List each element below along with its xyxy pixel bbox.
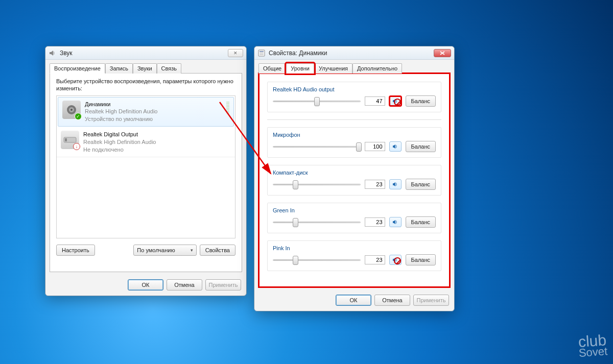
tab-playback[interactable]: Воспроизведение: [50, 63, 105, 74]
mute-button[interactable]: [389, 217, 402, 227]
properties-window: Свойства: Динамики Общие Уровни Улучшени…: [254, 46, 455, 311]
volume-value[interactable]: [365, 180, 385, 189]
device-status: Устройство по умолчанию: [85, 115, 157, 123]
default-dropdown[interactable]: По умолчанию: [133, 245, 196, 256]
props-dialog-buttons: ОК Отмена Применить: [254, 292, 454, 311]
ok-button[interactable]: ОК: [128, 279, 163, 290]
svg-rect-7: [260, 53, 264, 54]
svg-rect-8: [260, 54, 264, 55]
props-tabs: Общие Уровни Улучшения Дополнительно: [254, 60, 454, 73]
level-label: Микрофон: [273, 132, 436, 138]
tab-recording[interactable]: Запись: [105, 63, 133, 74]
device-item[interactable]: ✓ Динамики Realtek High Definition Audio…: [58, 97, 234, 127]
mute-button[interactable]: [389, 141, 402, 152]
level-label: Realtek HD Audio output: [273, 86, 436, 92]
instruction-text: Выберите устройство воспроизведения, пар…: [56, 78, 235, 92]
disconnected-icon: ↓: [73, 143, 80, 150]
sound-tab-body: Выберите устройство воспроизведения, пар…: [50, 73, 242, 272]
mute-button[interactable]: [389, 179, 402, 189]
default-check-icon: ✓: [75, 113, 82, 120]
level-group: Realtek HD Audio output Баланс: [267, 82, 441, 112]
close-icon[interactable]: [434, 49, 451, 57]
level-label: Компакт-диск: [273, 169, 436, 176]
mute-button[interactable]: [389, 255, 402, 265]
properties-button[interactable]: Свойства: [200, 245, 235, 256]
device-driver: Realtek High Definition Audio: [83, 138, 156, 146]
balance-button[interactable]: Баланс: [406, 216, 436, 228]
watermark: club Sovet: [577, 333, 607, 358]
balance-button[interactable]: Баланс: [406, 95, 436, 107]
ok-button[interactable]: ОК: [336, 295, 371, 306]
props-titlebar[interactable]: Свойства: Динамики: [254, 46, 454, 60]
cancel-button[interactable]: Отмена: [167, 279, 202, 290]
sound-tabs: Воспроизведение Запись Звуки Связь: [45, 60, 246, 73]
volume-slider[interactable]: [273, 96, 361, 106]
volume-value[interactable]: [365, 255, 385, 264]
volume-slider[interactable]: [273, 255, 361, 265]
volume-value[interactable]: [365, 217, 385, 227]
digital-output-icon: ↓: [61, 131, 79, 149]
props-title: Свойства: Динамики: [269, 50, 327, 57]
sound-titlebar[interactable]: Звук ✕: [45, 46, 246, 60]
svg-rect-4: [65, 138, 67, 141]
device-name: Realtek Digital Output: [83, 131, 156, 138]
balance-button[interactable]: Баланс: [406, 254, 436, 265]
configure-button[interactable]: Настроить: [56, 245, 95, 256]
sound-window: Звук ✕ Воспроизведение Запись Звуки Связ…: [45, 46, 247, 296]
device-driver: Realtek High Definition Audio: [85, 108, 157, 115]
speaker-icon: [392, 143, 398, 150]
tab-communications[interactable]: Связь: [157, 63, 181, 74]
level-group: Green In Баланс: [267, 203, 441, 233]
speaker-icon: [392, 219, 398, 225]
levels-tab-body: Realtek HD Audio output Баланс Микрофон: [258, 73, 450, 287]
desktop: Звук ✕ Воспроизведение Запись Звуки Связ…: [0, 0, 613, 364]
level-group: Микрофон Баланс: [267, 127, 441, 158]
device-list[interactable]: ✓ Динамики Realtek High Definition Audio…: [56, 95, 235, 238]
svg-rect-6: [260, 51, 264, 52]
close-icon[interactable]: ✕: [228, 49, 243, 57]
balance-button[interactable]: Баланс: [406, 141, 436, 152]
tab-sounds[interactable]: Звуки: [133, 63, 157, 74]
watermark-line2: Sovet: [578, 346, 607, 358]
device-name: Динамики: [85, 101, 157, 108]
volume-slider[interactable]: [273, 217, 361, 227]
level-group: Pink In Баланс: [267, 240, 441, 271]
apply-button[interactable]: Применить: [205, 279, 241, 290]
apply-button[interactable]: Применить: [413, 295, 449, 306]
speaker-icon: [392, 181, 398, 187]
device-status: Не подключено: [83, 146, 156, 154]
level-label: Pink In: [273, 245, 436, 251]
balance-button[interactable]: Баланс: [406, 179, 436, 190]
tab-advanced[interactable]: Дополнительно: [352, 63, 402, 74]
divider: [267, 119, 441, 120]
sound-dialog-buttons: ОК Отмена Применить: [45, 276, 246, 296]
volume-value[interactable]: [365, 142, 385, 151]
volume-slider[interactable]: [273, 141, 361, 152]
tab-levels[interactable]: Уровни: [286, 63, 314, 74]
sound-title: Звук: [60, 50, 73, 57]
mute-button[interactable]: [389, 96, 402, 106]
level-group: Компакт-диск Баланс: [267, 165, 441, 196]
level-label: Green In: [273, 207, 436, 213]
speaker-device-icon: ✓: [62, 101, 81, 119]
speaker-icon: [392, 257, 398, 263]
device-item[interactable]: ↓ Realtek Digital Output Realtek High De…: [57, 128, 235, 157]
cancel-button[interactable]: Отмена: [374, 295, 410, 306]
tab-enhancements[interactable]: Улучшения: [314, 63, 352, 74]
volume-slider[interactable]: [273, 179, 361, 189]
tab-general[interactable]: Общие: [258, 63, 286, 74]
speaker-icon: [49, 49, 57, 57]
volume-value[interactable]: [365, 96, 385, 106]
speaker-icon: [392, 98, 398, 104]
level-meter-icon: [226, 102, 229, 113]
svg-point-2: [70, 109, 73, 111]
default-dropdown-label: По умолчанию: [137, 247, 175, 253]
properties-icon: [257, 49, 266, 57]
